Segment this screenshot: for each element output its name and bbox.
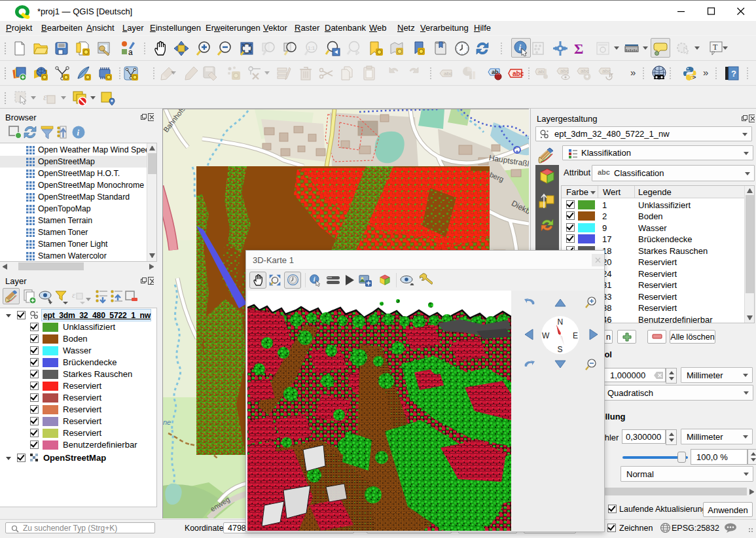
svg-text:i: i — [77, 128, 80, 137]
svg-text:ε: ε — [72, 290, 76, 300]
svg-text:>: > — [693, 75, 696, 81]
svg-text:Σ: Σ — [574, 41, 583, 56]
svg-text:i: i — [519, 43, 522, 52]
svg-text:?: ? — [731, 69, 736, 79]
svg-text:W: W — [542, 331, 550, 340]
svg-text:N: N — [558, 317, 564, 327]
svg-text:a: a — [128, 48, 133, 56]
svg-text:S: S — [558, 345, 563, 354]
svg-text:abc: abc — [444, 71, 452, 77]
svg-text:E: E — [573, 331, 578, 340]
svg-text:abc: abc — [560, 68, 569, 74]
svg-text:T: T — [713, 43, 718, 52]
svg-text:ε: ε — [43, 92, 47, 102]
svg-text:abc: abc — [602, 68, 611, 74]
svg-text:i: i — [314, 276, 315, 283]
svg-text:1:1: 1:1 — [308, 45, 315, 51]
svg-text:abc: abc — [513, 70, 524, 77]
svg-text:ab: ab — [538, 69, 544, 75]
svg-text:ne: ne — [163, 418, 171, 426]
